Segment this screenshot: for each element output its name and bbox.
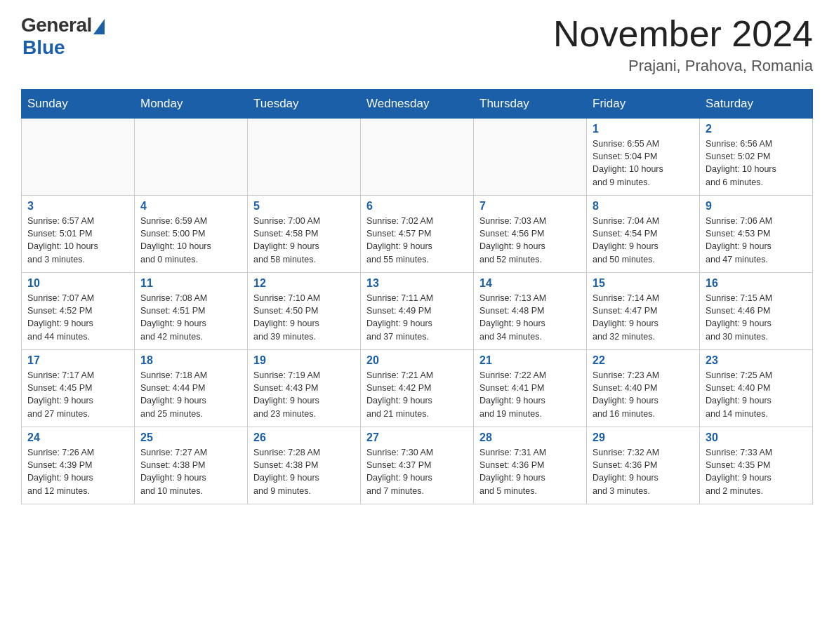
day-number: 14 <box>479 277 581 290</box>
day-number: 6 <box>366 200 468 213</box>
calendar-cell: 24Sunrise: 7:26 AMSunset: 4:39 PMDayligh… <box>22 427 135 504</box>
day-info: Sunrise: 7:18 AMSunset: 4:44 PMDaylight:… <box>140 369 241 420</box>
calendar-cell: 21Sunrise: 7:22 AMSunset: 4:41 PMDayligh… <box>474 350 587 427</box>
day-number: 19 <box>253 354 355 367</box>
calendar-cell: 5Sunrise: 7:00 AMSunset: 4:58 PMDaylight… <box>248 196 361 273</box>
month-title: November 2024 <box>553 14 813 54</box>
day-info: Sunrise: 7:30 AMSunset: 4:37 PMDaylight:… <box>366 446 468 497</box>
day-header-sunday: Sunday <box>22 90 135 119</box>
day-header-thursday: Thursday <box>474 90 587 119</box>
day-number: 8 <box>593 200 694 213</box>
day-header-wednesday: Wednesday <box>361 90 474 119</box>
day-number: 3 <box>27 200 128 213</box>
day-header-tuesday: Tuesday <box>248 90 361 119</box>
day-number: 9 <box>706 200 807 213</box>
day-number: 12 <box>253 277 355 290</box>
day-info: Sunrise: 7:11 AMSunset: 4:49 PMDaylight:… <box>366 292 468 343</box>
day-number: 11 <box>140 277 241 290</box>
day-number: 20 <box>366 354 468 367</box>
calendar-cell: 25Sunrise: 7:27 AMSunset: 4:38 PMDayligh… <box>135 427 248 504</box>
calendar-cell: 17Sunrise: 7:17 AMSunset: 4:45 PMDayligh… <box>22 350 135 427</box>
page-header: General Blue November 2024 Prajani, Prah… <box>21 14 813 75</box>
day-number: 21 <box>479 354 581 367</box>
day-info: Sunrise: 7:33 AMSunset: 4:35 PMDaylight:… <box>706 446 807 497</box>
day-number: 13 <box>366 277 468 290</box>
calendar-cell <box>135 119 248 196</box>
day-info: Sunrise: 7:28 AMSunset: 4:38 PMDaylight:… <box>253 446 355 497</box>
day-info: Sunrise: 7:15 AMSunset: 4:46 PMDaylight:… <box>706 292 807 343</box>
day-number: 1 <box>593 123 694 135</box>
day-info: Sunrise: 7:27 AMSunset: 4:38 PMDaylight:… <box>140 446 241 497</box>
calendar-cell: 11Sunrise: 7:08 AMSunset: 4:51 PMDayligh… <box>135 273 248 350</box>
day-number: 22 <box>593 354 694 367</box>
calendar-cell <box>474 119 587 196</box>
calendar-week-3: 10Sunrise: 7:07 AMSunset: 4:52 PMDayligh… <box>22 273 813 350</box>
day-number: 26 <box>253 431 355 444</box>
title-section: November 2024 Prajani, Prahova, Romania <box>553 14 813 75</box>
calendar-week-5: 24Sunrise: 7:26 AMSunset: 4:39 PMDayligh… <box>22 427 813 504</box>
calendar-cell: 26Sunrise: 7:28 AMSunset: 4:38 PMDayligh… <box>248 427 361 504</box>
day-info: Sunrise: 7:00 AMSunset: 4:58 PMDaylight:… <box>253 215 355 266</box>
calendar-cell: 12Sunrise: 7:10 AMSunset: 4:50 PMDayligh… <box>248 273 361 350</box>
day-number: 10 <box>27 277 128 290</box>
day-number: 30 <box>706 431 807 444</box>
day-number: 17 <box>27 354 128 367</box>
calendar-cell <box>248 119 361 196</box>
calendar-cell: 18Sunrise: 7:18 AMSunset: 4:44 PMDayligh… <box>135 350 248 427</box>
day-info: Sunrise: 7:14 AMSunset: 4:47 PMDaylight:… <box>593 292 694 343</box>
calendar-cell: 14Sunrise: 7:13 AMSunset: 4:48 PMDayligh… <box>474 273 587 350</box>
day-info: Sunrise: 6:55 AMSunset: 5:04 PMDaylight:… <box>593 137 694 189</box>
calendar-week-2: 3Sunrise: 6:57 AMSunset: 5:01 PMDaylight… <box>22 196 813 273</box>
day-info: Sunrise: 7:02 AMSunset: 4:57 PMDaylight:… <box>366 215 468 266</box>
day-info: Sunrise: 7:21 AMSunset: 4:42 PMDaylight:… <box>366 369 468 420</box>
day-number: 24 <box>27 431 128 444</box>
day-info: Sunrise: 7:26 AMSunset: 4:39 PMDaylight:… <box>27 446 128 497</box>
day-info: Sunrise: 7:19 AMSunset: 4:43 PMDaylight:… <box>253 369 355 420</box>
calendar-cell: 6Sunrise: 7:02 AMSunset: 4:57 PMDaylight… <box>361 196 474 273</box>
day-number: 4 <box>140 200 241 213</box>
calendar-cell: 19Sunrise: 7:19 AMSunset: 4:43 PMDayligh… <box>248 350 361 427</box>
calendar-week-1: 1Sunrise: 6:55 AMSunset: 5:04 PMDaylight… <box>22 119 813 196</box>
calendar-cell: 2Sunrise: 6:56 AMSunset: 5:02 PMDaylight… <box>700 119 813 196</box>
calendar-cell: 7Sunrise: 7:03 AMSunset: 4:56 PMDaylight… <box>474 196 587 273</box>
day-number: 7 <box>479 200 581 213</box>
calendar-cell: 15Sunrise: 7:14 AMSunset: 4:47 PMDayligh… <box>587 273 700 350</box>
day-number: 16 <box>706 277 807 290</box>
location: Prajani, Prahova, Romania <box>553 57 813 75</box>
logo-general-text: General <box>21 14 92 36</box>
day-info: Sunrise: 7:07 AMSunset: 4:52 PMDaylight:… <box>27 292 128 343</box>
calendar-cell: 28Sunrise: 7:31 AMSunset: 4:36 PMDayligh… <box>474 427 587 504</box>
day-info: Sunrise: 7:17 AMSunset: 4:45 PMDaylight:… <box>27 369 128 420</box>
day-info: Sunrise: 7:22 AMSunset: 4:41 PMDaylight:… <box>479 369 581 420</box>
calendar-cell: 30Sunrise: 7:33 AMSunset: 4:35 PMDayligh… <box>700 427 813 504</box>
day-number: 2 <box>706 123 807 135</box>
day-number: 29 <box>593 431 694 444</box>
day-info: Sunrise: 7:10 AMSunset: 4:50 PMDaylight:… <box>253 292 355 343</box>
day-number: 18 <box>140 354 241 367</box>
calendar-cell: 4Sunrise: 6:59 AMSunset: 5:00 PMDaylight… <box>135 196 248 273</box>
day-number: 23 <box>706 354 807 367</box>
day-info: Sunrise: 7:06 AMSunset: 4:53 PMDaylight:… <box>706 215 807 266</box>
calendar-cell <box>361 119 474 196</box>
day-info: Sunrise: 6:59 AMSunset: 5:00 PMDaylight:… <box>140 215 241 266</box>
day-info: Sunrise: 7:31 AMSunset: 4:36 PMDaylight:… <box>479 446 581 497</box>
day-header-saturday: Saturday <box>700 90 813 119</box>
calendar-header-row: SundayMondayTuesdayWednesdayThursdayFrid… <box>22 90 813 119</box>
logo-arrow-icon <box>93 19 105 34</box>
calendar-cell: 27Sunrise: 7:30 AMSunset: 4:37 PMDayligh… <box>361 427 474 504</box>
calendar-cell: 8Sunrise: 7:04 AMSunset: 4:54 PMDaylight… <box>587 196 700 273</box>
day-info: Sunrise: 7:04 AMSunset: 4:54 PMDaylight:… <box>593 215 694 266</box>
day-number: 25 <box>140 431 241 444</box>
calendar-cell: 22Sunrise: 7:23 AMSunset: 4:40 PMDayligh… <box>587 350 700 427</box>
day-number: 28 <box>479 431 581 444</box>
day-number: 15 <box>593 277 694 290</box>
calendar-cell: 23Sunrise: 7:25 AMSunset: 4:40 PMDayligh… <box>700 350 813 427</box>
calendar-cell: 3Sunrise: 6:57 AMSunset: 5:01 PMDaylight… <box>22 196 135 273</box>
day-info: Sunrise: 6:56 AMSunset: 5:02 PMDaylight:… <box>706 137 807 189</box>
calendar-week-4: 17Sunrise: 7:17 AMSunset: 4:45 PMDayligh… <box>22 350 813 427</box>
calendar-cell: 10Sunrise: 7:07 AMSunset: 4:52 PMDayligh… <box>22 273 135 350</box>
calendar-cell: 16Sunrise: 7:15 AMSunset: 4:46 PMDayligh… <box>700 273 813 350</box>
day-info: Sunrise: 7:13 AMSunset: 4:48 PMDaylight:… <box>479 292 581 343</box>
calendar-cell: 9Sunrise: 7:06 AMSunset: 4:53 PMDaylight… <box>700 196 813 273</box>
day-number: 5 <box>253 200 355 213</box>
